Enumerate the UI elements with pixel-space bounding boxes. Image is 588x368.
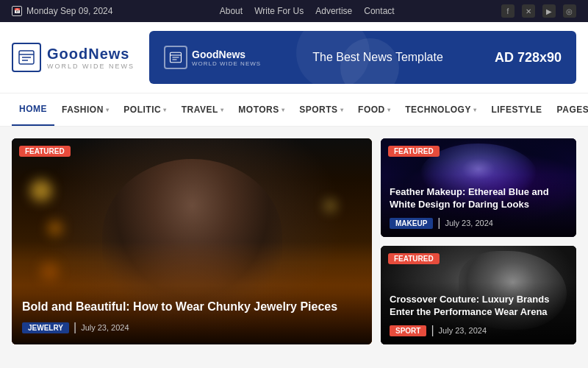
chevron-down-icon: ▾ (282, 107, 285, 113)
chevron-down-icon: ▾ (220, 107, 224, 113)
nav-sports[interactable]: SPORTS ▾ (292, 94, 351, 125)
card-overlay-large: Bold and Beautiful: How to Wear Chunky J… (12, 285, 372, 344)
nav-motors[interactable]: MOTORS ▾ (231, 94, 292, 125)
card-meta-top-right: MAKEUP | July 23, 2024 (390, 216, 567, 230)
top-bar-nav: About Write For Us Advertise Contact (220, 6, 395, 16)
youtube-icon[interactable]: ▶ (542, 4, 556, 18)
article-date-bottom-right: July 23, 2024 (439, 326, 487, 335)
content-area: Featured Bold and Beautiful: How to Wear… (0, 127, 588, 356)
nav-fashion[interactable]: FASHION ▾ (54, 94, 116, 125)
chevron-down-icon: ▾ (106, 107, 110, 113)
meta-separator-3: | (431, 324, 434, 337)
logo-text: GoodNews WORLD WIDE NEWS (47, 46, 135, 70)
logo[interactable]: GoodNews WORLD WIDE NEWS (12, 43, 135, 72)
ad-logo-text: GoodNews WORLD WIDE NEWS (192, 49, 261, 67)
featured-badge-large: Featured (19, 146, 71, 157)
nav-lifestyle[interactable]: LIFESTYLE (484, 94, 549, 125)
chevron-down-icon: ▾ (473, 107, 477, 113)
category-tag-jewelry[interactable]: JEWELRY (22, 322, 69, 333)
featured-article-bottom-right[interactable]: Featured Crossover Couture: Luxury Brand… (381, 246, 576, 344)
date-text: Monday Sep 09, 2024 (26, 6, 112, 16)
nav-home[interactable]: HOME (12, 93, 54, 126)
nav-contact[interactable]: Contact (364, 6, 394, 16)
nav-bar: HOME FASHION ▾ POLITIC ▾ TRAVEL ▾ MOTORS… (0, 93, 588, 127)
ad-logo: GoodNews WORLD WIDE NEWS (164, 46, 261, 69)
nav-technology[interactable]: TECHNOLOGY ▾ (398, 94, 484, 125)
nav-items: HOME FASHION ▾ POLITIC ▾ TRAVEL ▾ MOTORS… (12, 93, 588, 126)
article-title-top-right: Feather Makeup: Ethereal Blue and White … (390, 186, 567, 211)
meta-separator: | (74, 321, 76, 334)
nav-advertise[interactable]: Advertise (315, 6, 352, 16)
article-title-large: Bold and Beautiful: How to Wear Chunky J… (22, 300, 362, 315)
nav-about[interactable]: About (220, 6, 243, 16)
instagram-icon[interactable]: ◎ (563, 4, 576, 18)
nav-write-for-us[interactable]: Write For Us (254, 6, 304, 16)
ad-size: AD 728x90 (495, 50, 562, 66)
top-bar-date: 📅 Monday Sep 09, 2024 (12, 6, 112, 16)
ad-banner: GoodNews WORLD WIDE NEWS The Best News T… (149, 31, 576, 84)
logo-subtitle: WORLD WIDE NEWS (47, 63, 135, 70)
category-tag-makeup[interactable]: MAKEUP (390, 218, 433, 229)
chevron-down-icon: ▾ (340, 107, 344, 113)
nav-food[interactable]: FOOD ▾ (351, 94, 398, 125)
logo-icon (12, 43, 41, 72)
social-icons: f ✕ ▶ ◎ (501, 4, 576, 18)
article-date-large: July 23, 2024 (81, 323, 129, 332)
ad-subtitle: WORLD WIDE NEWS (192, 60, 261, 67)
nav-politic[interactable]: POLITIC ▾ (116, 94, 173, 125)
bokeh-light-1 (30, 180, 52, 202)
card-meta-large: JEWELRY | July 23, 2024 (22, 321, 362, 334)
card-overlay-top-right: Feather Makeup: Ethereal Blue and White … (381, 174, 576, 237)
meta-separator-2: | (437, 216, 440, 230)
category-tag-sport[interactable]: SPORT (390, 325, 426, 336)
chevron-down-icon: ▾ (387, 107, 391, 113)
twitter-x-icon[interactable]: ✕ (522, 4, 535, 18)
header: GoodNews WORLD WIDE NEWS GoodNews WORLD … (0, 22, 588, 93)
ad-logo-icon (164, 46, 187, 69)
featured-article-top-right[interactable]: Featured Feather Makeup: Ethereal Blue a… (381, 138, 576, 237)
nav-pages[interactable]: PAGES ▾ (550, 94, 588, 125)
top-bar: 📅 Monday Sep 09, 2024 About Write For Us… (0, 0, 588, 22)
facebook-icon[interactable]: f (501, 4, 514, 18)
bokeh-light-2 (48, 221, 62, 236)
card-meta-bottom-right: SPORT | July 23, 2024 (390, 324, 567, 337)
article-date-top-right: July 23, 2024 (445, 219, 493, 227)
logo-title: GoodNews (47, 46, 135, 63)
calendar-icon: 📅 (12, 6, 22, 16)
nav-travel[interactable]: TRAVEL ▾ (174, 94, 232, 125)
featured-right-column: Featured Feather Makeup: Ethereal Blue a… (381, 138, 576, 344)
ad-title: GoodNews (192, 49, 261, 60)
featured-badge-bottom-right: Featured (388, 253, 440, 264)
article-title-bottom-right: Crossover Couture: Luxury Brands Enter t… (390, 294, 567, 319)
featured-article-large[interactable]: Featured Bold and Beautiful: How to Wear… (12, 138, 372, 344)
featured-badge-top-right: Featured (388, 146, 440, 157)
chevron-down-icon: ▾ (163, 107, 167, 113)
bokeh-light-3 (40, 262, 59, 280)
bokeh-light-4 (325, 200, 336, 211)
card-overlay-bottom-right: Crossover Couture: Luxury Brands Enter t… (381, 282, 576, 344)
